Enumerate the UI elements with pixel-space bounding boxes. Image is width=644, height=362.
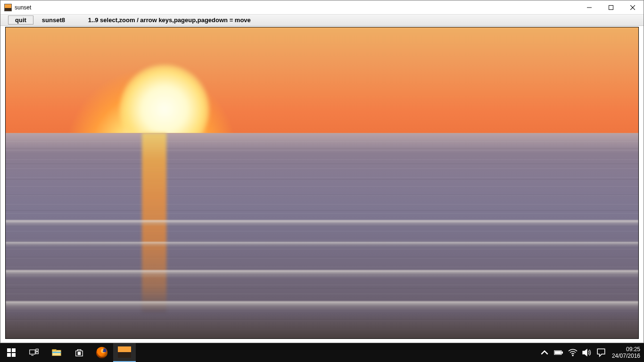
svg-rect-5 [12,348,16,352]
svg-point-22 [572,355,573,356]
wifi-icon[interactable] [566,343,580,362]
tray-overflow-button[interactable] [537,343,552,362]
action-center-icon[interactable] [594,343,608,362]
task-view-button[interactable] [23,343,45,362]
clock-time: 09:25 [612,346,640,353]
svg-rect-14 [52,352,61,353]
close-button[interactable] [622,0,644,15]
firefox-button[interactable] [91,343,113,362]
firefox-icon [96,347,107,358]
svg-rect-16 [79,352,80,353]
start-button[interactable] [0,343,23,362]
svg-rect-10 [36,352,38,354]
titlebar[interactable]: sunset [0,0,644,15]
svg-rect-6 [7,353,11,357]
battery-icon[interactable] [552,343,566,362]
maximize-button[interactable] [600,0,622,15]
svg-rect-8 [30,350,35,354]
minimize-button[interactable] [578,0,600,15]
app-window: sunset quit sunset8 1..9 select,zoom / a… [0,0,644,343]
toolbar: quit sunset8 1..9 select,zoom / arrow ke… [0,15,644,26]
store-button[interactable] [68,343,91,362]
image-viewer[interactable] [0,26,644,343]
sunset-icon [118,346,131,358]
taskbar-clock[interactable]: 09:25 24/07/2016 [608,346,644,359]
svg-rect-9 [36,349,38,351]
svg-rect-17 [78,354,79,354]
svg-rect-7 [12,353,16,357]
svg-rect-21 [555,352,561,354]
svg-rect-4 [7,348,11,352]
keyboard-hint: 1..9 select,zoom / arrow keys,pageup,pag… [88,16,251,24]
clock-date: 24/07/2016 [612,353,640,359]
sunset-image [5,27,639,339]
image-name-label: sunset8 [42,16,80,24]
svg-rect-1 [609,5,613,9]
svg-rect-13 [52,349,56,351]
svg-rect-20 [562,352,563,353]
window-title: sunset [15,4,31,11]
app-icon [4,4,12,11]
quit-button[interactable]: quit [8,16,33,25]
volume-icon[interactable] [580,343,594,362]
file-explorer-button[interactable] [45,343,68,362]
system-tray: 09:25 24/07/2016 [537,343,644,362]
svg-rect-15 [78,352,79,353]
windows-taskbar: 09:25 24/07/2016 [0,343,644,362]
svg-rect-18 [79,354,80,354]
sunset-app-taskbar-button[interactable] [113,343,136,362]
